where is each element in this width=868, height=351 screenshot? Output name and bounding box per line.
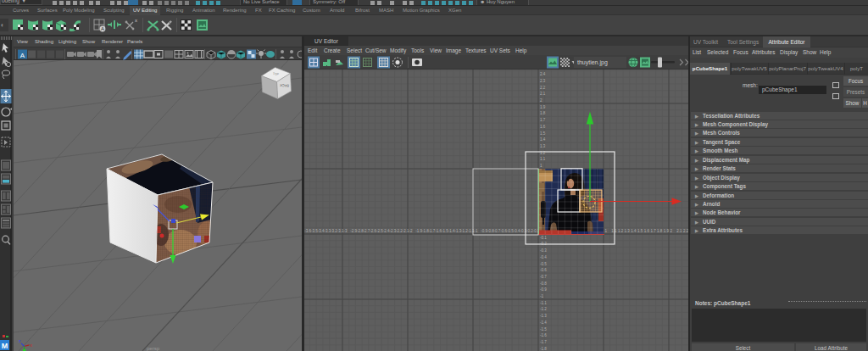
svg-text:1.2: 1.2 (540, 151, 546, 155)
svg-text:-1.5: -1.5 (540, 327, 547, 332)
svg-text:1.6: 1.6 (540, 125, 546, 129)
svg-text:persp: persp (147, 346, 160, 351)
svg-text:-0.4: -0.4 (540, 255, 547, 259)
svg-text:1.2: 1.2 (618, 229, 624, 233)
svg-text:-1.3: -1.3 (540, 314, 547, 318)
svg-text:1.4: 1.4 (631, 229, 637, 233)
svg-text:1.3: 1.3 (540, 144, 546, 148)
svg-text:2.2: 2.2 (540, 86, 546, 90)
svg-text:-0.8: -0.8 (540, 281, 547, 286)
svg-text:-1.6: -1.6 (540, 333, 547, 337)
svg-text:A: A (20, 52, 25, 59)
svg-text:1.6: 1.6 (644, 229, 650, 233)
svg-text:1.4: 1.4 (540, 137, 546, 142)
svg-text:1.9: 1.9 (664, 229, 670, 233)
svg-text:2.1: 2.1 (540, 92, 546, 96)
svg-text:1.5: 1.5 (637, 229, 643, 233)
svg-text:1.3: 1.3 (625, 229, 631, 233)
svg-text:-1: -1 (540, 294, 543, 298)
svg-text:TOP: TOP (273, 72, 280, 76)
svg-text:-0.9: -0.9 (540, 287, 547, 292)
svg-text:-1.2: -1.2 (540, 307, 547, 311)
svg-text:1.8: 1.8 (540, 111, 546, 115)
svg-text:1.7: 1.7 (540, 118, 546, 122)
svg-text:-1.8: -1.8 (540, 347, 547, 351)
svg-text:-0.5: -0.5 (540, 262, 547, 266)
svg-text:x: x (135, 18, 137, 23)
svg-text:-0.1: -0.1 (540, 236, 547, 240)
svg-text:2.1: 2.1 (676, 229, 682, 233)
svg-text:-0.7: -0.7 (540, 275, 547, 279)
svg-text:1.8: 1.8 (657, 229, 663, 233)
svg-text:2.4: 2.4 (540, 72, 546, 76)
svg-text:1.1: 1.1 (540, 157, 546, 161)
svg-text:-1.7: -1.7 (540, 340, 547, 344)
svg-text:1.7: 1.7 (650, 229, 656, 233)
svg-text:-1.4: -1.4 (540, 320, 547, 325)
svg-text:2.3: 2.3 (540, 79, 546, 83)
svg-text:1.9: 1.9 (540, 105, 546, 109)
svg-text:BACK: BACK (280, 83, 289, 88)
svg-text:-1.1: -1.1 (540, 301, 547, 305)
svg-text:-0.6: -0.6 (540, 268, 547, 272)
svg-text:thuytien.jpg: thuytien.jpg (577, 59, 608, 66)
svg-text:-3: -3 (344, 229, 348, 233)
svg-text:1.5: 1.5 (540, 131, 546, 136)
svg-text:-0.3: -0.3 (540, 248, 547, 253)
svg-text:-1: -1 (475, 229, 478, 233)
svg-text:M: M (2, 342, 8, 350)
svg-text:A: A (101, 26, 104, 31)
svg-text:-2: -2 (409, 229, 413, 233)
